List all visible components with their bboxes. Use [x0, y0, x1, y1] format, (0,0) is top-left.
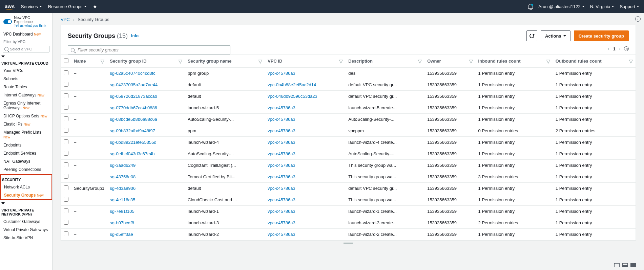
cell-sgid-link[interactable]: sg-43756e08 — [110, 174, 136, 179]
account-menu[interactable]: Arun @ aliastest1122 — [538, 4, 585, 9]
sidebar-item-peering[interactable]: Peering Connections — [0, 165, 52, 174]
sidebar-item-security-groups[interactable]: Security Groups New — [1, 191, 51, 199]
cell-vpcid-link[interactable]: vpc-c45786a3 — [268, 209, 295, 214]
cell-vpcid-link[interactable]: vpc-c45786a3 — [268, 71, 295, 76]
cell-sgid-link[interactable]: sg-08bcde5b8b6a88c6a — [110, 117, 157, 122]
breadcrumb-vpc[interactable]: VPC — [61, 17, 70, 22]
row-checkbox[interactable] — [64, 197, 68, 202]
select-vpc-dropdown[interactable]: Select a VPC — [3, 46, 49, 52]
row-checkbox[interactable] — [64, 93, 68, 98]
table-row[interactable]: – sg-04237035a2aa7ae44 default vpc-0b4b8… — [61, 79, 636, 91]
cell-vpcid-link[interactable]: vpc-c45786a3 — [268, 197, 295, 202]
sidebar-item-dhcp[interactable]: DHCP Options Sets New — [0, 112, 52, 120]
row-checkbox[interactable] — [64, 139, 68, 144]
table-row[interactable]: – sg-059726d21873accab default vpc-046db… — [61, 91, 636, 102]
row-checkbox[interactable] — [64, 70, 68, 75]
col-name[interactable]: Name▽ — [71, 55, 107, 68]
cell-vpcid-link[interactable]: vpc-c45786a3 — [268, 220, 295, 225]
col-vpcid[interactable]: VPC ID▽ — [265, 55, 346, 68]
row-checkbox[interactable] — [64, 220, 68, 225]
cell-sgid-link[interactable]: sg-09b832afbd9a48f97 — [110, 128, 155, 133]
col-owner[interactable]: Owner▽ — [424, 55, 475, 68]
row-checkbox[interactable] — [64, 174, 68, 179]
cell-vpcid-link[interactable]: vpc-c45786a3 — [268, 151, 295, 156]
cell-sgid-link[interactable]: sg-4e116c35 — [110, 197, 135, 202]
notifications-button[interactable] — [528, 4, 533, 9]
page-next-button[interactable]: › — [619, 46, 621, 52]
row-checkbox[interactable] — [64, 82, 68, 87]
refresh-button[interactable] — [526, 30, 537, 41]
cell-vpcid-link[interactable]: vpc-0b4b88e2ef5ac2d14 — [268, 82, 316, 87]
cell-sgid-link[interactable]: sg-04237035a2aa7ae44 — [110, 82, 158, 87]
sidebar-item-endpoint-services[interactable]: Endpoint Services — [0, 149, 52, 157]
cell-vpcid-link[interactable]: vpc-c45786a3 — [268, 163, 295, 168]
cell-vpcid-link[interactable]: vpc-c45786a3 — [268, 117, 295, 122]
sidebar-item-network-acls[interactable]: Network ACLs — [1, 183, 51, 191]
row-checkbox[interactable] — [64, 105, 68, 110]
sidebar-item-route-tables[interactable]: Route Tables — [0, 83, 52, 91]
create-security-group-button[interactable]: Create security group — [574, 30, 629, 41]
table-row[interactable]: – sg-08bcde5b8b6a88c6a AutoScaling-Secur… — [61, 114, 636, 125]
region-menu[interactable]: N. Virginia — [590, 4, 615, 9]
pin-icon[interactable]: ★ — [93, 4, 97, 9]
cell-sgid-link[interactable]: sg-0770ddb67cc4b0886 — [110, 105, 157, 110]
sidebar-item-your-vpcs[interactable]: Your VPCs — [0, 67, 52, 75]
resize-handle[interactable] — [341, 243, 355, 245]
cell-vpcid-link[interactable]: vpc-c45786a3 — [268, 174, 295, 179]
layout-bottom-icon[interactable] — [622, 263, 628, 267]
cell-sgid-link[interactable]: sg-059726d21873accab — [110, 94, 157, 99]
col-inbound[interactable]: Inbound rules count▽ — [476, 55, 553, 68]
row-checkbox[interactable] — [64, 128, 68, 133]
cell-sgid-link[interactable]: sg-d5eff3ae — [110, 232, 133, 237]
sidebar-item-prefix-lists[interactable]: Managed Prefix Lists New — [0, 128, 52, 141]
col-sgname[interactable]: Security group name▽ — [185, 55, 265, 68]
table-row[interactable]: – sg-0770ddb67cc4b0886 launch-wizard-5 v… — [61, 102, 636, 114]
gear-icon[interactable] — [624, 46, 629, 51]
sidebar-item-virtual-private-gateways[interactable]: Virtual Private Gateways — [0, 226, 52, 234]
services-menu[interactable]: Services — [21, 4, 42, 9]
col-outbound[interactable]: Outbound rules count▽ — [553, 55, 636, 68]
cell-sgid-link[interactable]: sg-3aad6249 — [110, 163, 136, 168]
table-row[interactable]: – sg-0efbcf043d3c67e4b AutoScaling-Secur… — [61, 148, 636, 160]
info-icon[interactable]: i — [635, 16, 641, 22]
cell-sgid-link[interactable]: sg-4d3a8936 — [110, 186, 136, 191]
table-row[interactable]: – sg-43756e08 Tomcat Certified by Bit...… — [61, 171, 636, 183]
page-prev-button[interactable]: ‹ — [608, 46, 609, 52]
row-checkbox[interactable] — [64, 185, 68, 190]
cell-vpcid-link[interactable]: vpc-c45786a3 — [268, 140, 295, 145]
sidebar-item-egress-gateways[interactable]: Egress Only Internet Gateways New — [0, 99, 52, 112]
filter-input[interactable] — [78, 47, 227, 52]
sidebar-item-elastic-ips[interactable]: Elastic IPs New — [0, 120, 52, 128]
sidebar-item-customer-gateways[interactable]: Customer Gateways — [0, 218, 52, 226]
row-checkbox[interactable] — [64, 151, 68, 156]
cell-vpcid-link[interactable]: vpc-046db92596c53da23 — [268, 94, 317, 99]
table-row[interactable]: SecurityGroup1 sg-4d3a8936 default vpc-c… — [61, 183, 636, 194]
table-row[interactable]: – sg-0bd89221efe55355d launch-wizard-4 v… — [61, 137, 636, 148]
new-experience-toggle[interactable]: New VPC Experience Tell us what you thin… — [0, 13, 52, 30]
cell-vpcid-link[interactable]: vpc-c45786a3 — [268, 105, 295, 110]
row-checkbox[interactable] — [64, 208, 68, 213]
sidebar-item-subnets[interactable]: Subnets — [0, 75, 52, 83]
info-link[interactable]: Info — [131, 33, 139, 38]
sidebar-item-dashboard[interactable]: VPC Dashboard New — [0, 30, 52, 38]
resource-groups-menu[interactable]: Resource Groups — [48, 4, 87, 9]
select-all-checkbox[interactable] — [64, 58, 68, 63]
table-row[interactable]: – sg-02a5c40740c4cd3fc ppm group vpc-c45… — [61, 68, 636, 79]
collapse-icon[interactable] — [1, 202, 5, 204]
actions-dropdown[interactable]: Actions — [541, 30, 570, 41]
cell-sgid-link[interactable]: sg-0bd89221efe55355d — [110, 140, 156, 145]
aws-logo[interactable]: aws — [5, 3, 15, 9]
col-sgid[interactable]: Security group ID▽ — [107, 55, 185, 68]
table-row[interactable]: – sg-4e116c35 CloudCheckr Cost and ... v… — [61, 194, 636, 206]
collapse-icon[interactable] — [1, 55, 5, 58]
cell-sgid-link[interactable]: sg-7e81f105 — [110, 209, 134, 214]
table-row[interactable]: – sg-09b832afbd9a48f97 ppm vpc-c45786a3 … — [61, 125, 636, 137]
table-row[interactable]: – sg-3aad6249 Cognizant TrailDigest (...… — [61, 160, 636, 171]
row-checkbox[interactable] — [64, 231, 68, 236]
cell-sgid-link[interactable]: sg-0efbcf043d3c67e4b — [110, 151, 154, 156]
support-menu[interactable]: Support — [620, 4, 639, 9]
tell-us-link[interactable]: Tell us what you think — [14, 24, 49, 27]
table-row[interactable]: – sg-7e81f105 launch-wizard-1 vpc-c45786… — [61, 206, 636, 217]
sidebar-item-endpoints[interactable]: Endpoints — [0, 141, 52, 149]
cell-vpcid-link[interactable]: vpc-c45786a3 — [268, 128, 295, 133]
